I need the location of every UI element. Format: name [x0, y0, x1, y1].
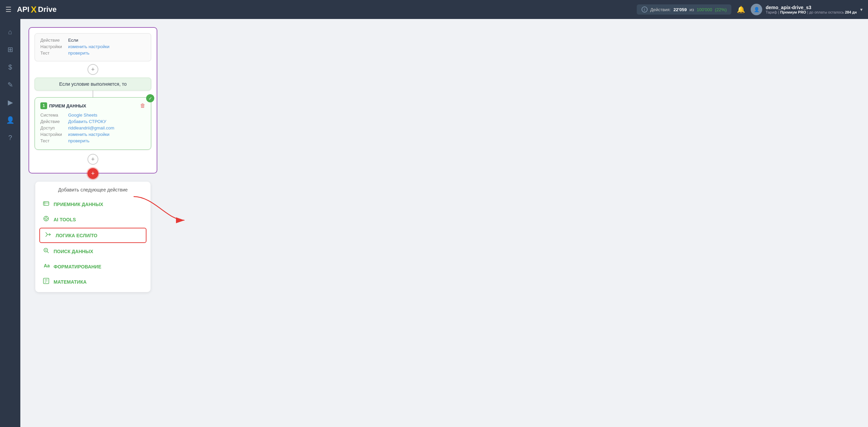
- access-label: Доступ: [40, 125, 64, 130]
- sidebar-item-billing[interactable]: $: [3, 60, 18, 75]
- receiver-title-text: ПРИЕМ ДАННЫХ: [49, 103, 86, 108]
- add-action-title: Добавить следующее действие: [35, 187, 151, 192]
- add-action-receiver[interactable]: ПРИЕМНИК ДАННЫХ: [35, 197, 151, 212]
- plus-button-bottom-if[interactable]: +: [87, 154, 98, 165]
- action-row: Действие Если: [40, 38, 145, 43]
- receiver-action-value: Добавить СТРОКУ: [68, 119, 106, 124]
- logo: APIXDrive: [17, 4, 57, 15]
- sidebar-item-play[interactable]: ▶: [3, 95, 18, 110]
- svg-rect-0: [43, 202, 49, 205]
- test-value[interactable]: проверить: [68, 50, 90, 56]
- logo-drive: Drive: [38, 5, 57, 14]
- svg-point-9: [44, 248, 48, 252]
- math-icon: [42, 278, 50, 286]
- sidebar: ⌂ ⊞ $ ✎ ▶ 👤 ?: [0, 19, 20, 427]
- connector-area: + Добавить следующее действие: [28, 174, 157, 292]
- ai-label: AI TOOLS: [54, 217, 76, 222]
- access-value: riddleandrii@gmail.com: [68, 125, 114, 130]
- svg-text:Aa: Aa: [44, 263, 50, 268]
- search-label: ПОИСК ДАННЫХ: [54, 249, 93, 254]
- condition-label: Если условие выполняется, то: [59, 81, 127, 87]
- receiver-card-header: 1 ПРИЕМ ДАННЫХ 🗑: [40, 102, 145, 109]
- add-action-logic[interactable]: ЛОГИКА ЕСЛИ/ТО: [39, 228, 146, 243]
- test-label: Тест: [40, 50, 64, 56]
- receiver-test-label: Тест: [40, 138, 64, 143]
- sidebar-item-help[interactable]: ?: [3, 130, 18, 145]
- access-row: Доступ riddleandrii@gmail.com: [40, 125, 145, 130]
- receiver-card: ✓ 1 ПРИЕМ ДАННЫХ 🗑 Система Google Sheets: [35, 97, 151, 150]
- main-layout: ⌂ ⊞ $ ✎ ▶ 👤 ? Действие Если Нас: [0, 19, 868, 427]
- logic-icon: [44, 231, 52, 240]
- math-label: МАТЕМАТИКА: [54, 279, 86, 285]
- test-row: Тест проверить: [40, 50, 145, 56]
- action-value: Если: [68, 38, 78, 43]
- chevron-down-icon: ▾: [860, 7, 863, 12]
- receiver-action-label: Действие: [40, 119, 64, 124]
- add-action-search[interactable]: ПОИСК ДАННЫХ: [35, 244, 151, 259]
- svg-line-10: [47, 252, 49, 253]
- receiver-settings-row: Настройки изменить настройки: [40, 132, 145, 137]
- logo-x: X: [31, 4, 37, 15]
- user-name: demo_apix-drive_s3: [766, 5, 857, 10]
- card-number: 1: [40, 102, 47, 109]
- system-label: Система: [40, 113, 64, 118]
- actions-percent: (22%): [715, 7, 727, 12]
- flow-container: Действие Если Настройки изменить настрой…: [28, 27, 171, 292]
- settings-row: Настройки изменить настройки: [40, 44, 145, 49]
- sidebar-item-user[interactable]: 👤: [3, 113, 18, 127]
- system-row: Система Google Sheets: [40, 113, 145, 118]
- format-label: ФОРМАТИРОВАНИЕ: [54, 264, 101, 269]
- svg-point-4: [45, 218, 47, 220]
- receiver-card-title: 1 ПРИЕМ ДАННЫХ: [40, 102, 86, 109]
- ai-icon: [42, 215, 50, 224]
- action-label: Действие: [40, 38, 64, 43]
- user-plan: Тариф | Премиум PRO | до оплаты осталось…: [766, 10, 857, 14]
- actions-separator: из: [689, 7, 694, 12]
- add-action-math[interactable]: МАТЕМАТИКА: [35, 274, 151, 289]
- actions-used: 22'059: [673, 7, 687, 12]
- content-area: Действие Если Настройки изменить настрой…: [20, 19, 868, 427]
- condition-card: Если условие выполняется, то: [35, 78, 151, 90]
- settings-label: Настройки: [40, 44, 64, 49]
- bell-icon[interactable]: 🔔: [737, 5, 745, 14]
- receiver-settings-value[interactable]: изменить настройки: [68, 132, 110, 137]
- user-info: demo_apix-drive_s3 Тариф | Премиум PRO |…: [766, 5, 857, 14]
- receiver-label: ПРИЕМНИК ДАННЫХ: [54, 202, 103, 207]
- system-value: Google Sheets: [68, 113, 97, 118]
- settings-value[interactable]: изменить настройки: [68, 44, 110, 49]
- sidebar-item-home[interactable]: ⌂: [3, 24, 18, 39]
- search-icon: [42, 247, 50, 256]
- logo-api: API: [17, 5, 29, 14]
- receiver-icon: [42, 200, 50, 208]
- add-action-panel: Добавить следующее действие ПРИЕМНИК Д: [35, 182, 151, 292]
- info-icon: i: [642, 6, 648, 13]
- receiver-test-value[interactable]: проверить: [68, 138, 90, 143]
- action-info-card: Действие Если Настройки изменить настрой…: [35, 33, 151, 61]
- plus-button-inner[interactable]: +: [87, 64, 98, 75]
- receiver-action-row: Действие Добавить СТРОКУ: [40, 119, 145, 124]
- delete-button[interactable]: 🗑: [140, 103, 145, 109]
- connector-line-1: [93, 90, 93, 97]
- receiver-settings-label: Настройки: [40, 132, 64, 137]
- format-icon: Aa: [42, 262, 50, 271]
- action-count-box: i Действия: 22'059 из 100'000 (22%): [637, 4, 732, 15]
- actions-label: Действия:: [650, 7, 671, 12]
- hamburger-icon[interactable]: ☰: [5, 5, 12, 14]
- topnav-actions: i Действия: 22'059 из 100'000 (22%) 🔔 👤 …: [637, 4, 863, 15]
- logic-label: ЛОГИКА ЕСЛИ/ТО: [56, 233, 97, 238]
- if-block: Действие Если Настройки изменить настрой…: [28, 27, 157, 174]
- checkmark-badge: ✓: [146, 94, 154, 102]
- sidebar-item-grid[interactable]: ⊞: [3, 42, 18, 57]
- topnav: ☰ APIXDrive i Действия: 22'059 из 100'00…: [0, 0, 868, 19]
- actions-total: 100'000: [697, 7, 712, 12]
- svg-point-11: [45, 249, 46, 251]
- sidebar-item-edit[interactable]: ✎: [3, 77, 18, 92]
- add-action-format[interactable]: Aa ФОРМАТИРОВАНИЕ: [35, 259, 151, 274]
- receiver-test-row: Тест проверить: [40, 138, 145, 143]
- flow-canvas: Действие Если Настройки изменить настрой…: [28, 27, 860, 292]
- plus-button-add[interactable]: +: [87, 168, 98, 179]
- add-action-ai[interactable]: AI TOOLS: [35, 212, 151, 227]
- user-section[interactable]: 👤 demo_apix-drive_s3 Тариф | Премиум PRO…: [751, 4, 863, 15]
- user-avatar: 👤: [751, 4, 762, 15]
